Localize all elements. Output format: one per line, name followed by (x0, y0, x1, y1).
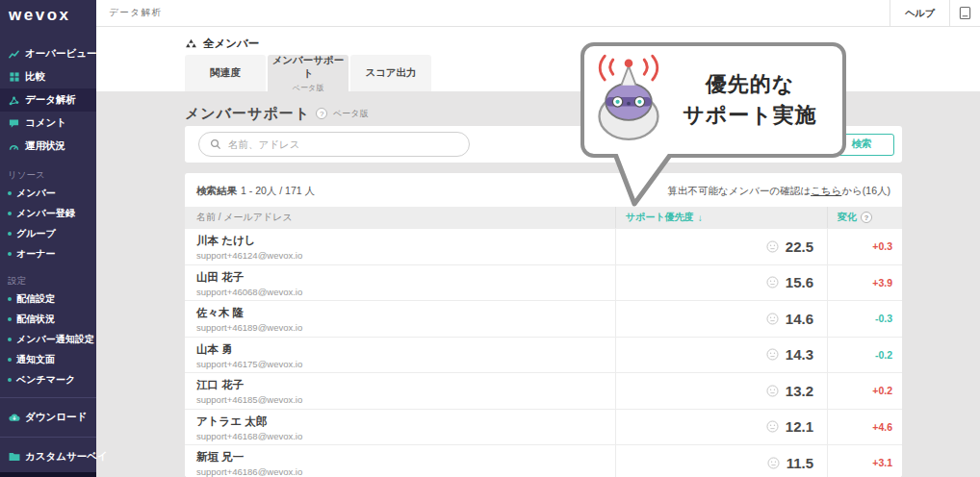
sidebar-subitem[interactable]: 配信設定 (0, 289, 96, 309)
priority-cell: 15.6 (615, 265, 827, 301)
priority-score: 15.6 (786, 274, 813, 290)
callout-line1: 優先的な (667, 69, 833, 100)
sidebar-subitem[interactable]: ベンチマーク (0, 369, 96, 389)
bullet-icon (8, 317, 12, 321)
tab-label: メンバーサポート (268, 54, 348, 81)
sidebar-subitem[interactable]: メンバー通知設定 (0, 329, 96, 349)
table-row[interactable]: 新垣 兄一support+46186@wevox.io11.5+3.1 (185, 444, 902, 477)
priority-score: 14.3 (786, 346, 813, 363)
scope-band: 全メンバー 関連度メンバーサポートベータ版スコア出力 (96, 27, 980, 91)
bullet-icon (8, 191, 12, 195)
table-row[interactable]: 山本 勇support+46175@wevox.io14.3-0.2 (185, 337, 902, 373)
sidebar-item-grid[interactable]: 比較 (0, 65, 96, 88)
help-question-icon[interactable] (316, 108, 327, 119)
member-email: support+46175@wevox.io (196, 359, 615, 369)
results-meta: 検索結果1 - 20人 / 171 人 算出不可能なメンバーの確認はこちらから(… (185, 173, 902, 207)
member-email: support+46068@wevox.io (196, 287, 615, 297)
column-header-change[interactable]: 変化 (827, 207, 902, 228)
group-icon (185, 38, 197, 49)
topbar-right: ヘルプ (890, 0, 980, 26)
member-name: 山田 花子 (196, 270, 615, 285)
sidebar-subitem[interactable]: メンバー登録 (0, 203, 96, 223)
sidebar-subitem-label: メンバー登録 (16, 207, 75, 220)
member-email: support+46168@wevox.io (196, 431, 615, 441)
sidebar-subitem[interactable]: 通知文面 (0, 349, 96, 369)
change-header-label: 変化 (838, 211, 857, 224)
sidebar-item-folder[interactable]: カスタムサーベイ (0, 445, 96, 468)
change-question-icon[interactable] (861, 212, 872, 223)
member-name: 川本 たけし (196, 234, 615, 248)
topbar: データ解析 ヘルプ (96, 0, 980, 27)
bullet-icon (8, 252, 12, 256)
sidebar-subitem[interactable]: 配信状況 (0, 309, 96, 329)
table-header: 名前 / メールアドレス サポート優先度 ↓ 変化 (185, 207, 902, 228)
search-field[interactable] (198, 132, 470, 157)
member-cell: 山本 勇support+46175@wevox.io (185, 338, 615, 373)
sidebar-divider (0, 437, 96, 438)
member-cell: 江口 花子support+46185@wevox.io (185, 373, 615, 409)
bullet-icon (8, 338, 12, 341)
tab-beta-label: ベータ版 (268, 83, 348, 93)
member-cell: 川本 たけしsupport+46124@wevox.io (185, 229, 615, 264)
folder-icon (8, 452, 20, 462)
change-value: +0.2 (872, 385, 892, 396)
uncomputable-note: 算出不可能なメンバーの確認はこちらから(16人) (668, 185, 890, 198)
tab-1[interactable]: 関連度 (185, 55, 266, 91)
note-prefix: 算出不可能なメンバーの確認は (668, 185, 811, 196)
tab-bar: 関連度メンバーサポートベータ版スコア出力 (185, 55, 431, 91)
change-cell: +4.6 (827, 410, 902, 445)
member-name: 佐々木 隆 (196, 306, 615, 320)
sidebar-item-label: カスタムサーベイ (25, 450, 108, 464)
callout-pointer (612, 154, 674, 213)
member-name: 新垣 兄一 (196, 450, 615, 464)
gauge-icon (8, 141, 20, 152)
neutral-face-icon (766, 239, 779, 254)
change-value: +3.9 (872, 277, 892, 289)
priority-cell: 14.6 (615, 301, 827, 337)
priority-score: 13.2 (786, 383, 813, 399)
sidebar-divider (0, 397, 96, 398)
search-input[interactable] (228, 138, 459, 150)
member-name: 山本 勇 (196, 342, 615, 357)
table-row[interactable]: 佐々木 隆support+46189@wevox.io14.6-0.3 (185, 300, 902, 337)
table-row[interactable]: 山田 花子support+46068@wevox.io15.6+3.9 (185, 264, 902, 301)
priority-score: 14.6 (786, 311, 813, 327)
comment-icon (8, 118, 20, 129)
sidebar-subitem[interactable]: オーナー (0, 243, 96, 264)
bullet-icon (8, 232, 12, 236)
bullet-icon (8, 378, 12, 382)
help-button[interactable]: ヘルプ (890, 0, 949, 26)
sidebar-subitem[interactable]: グループ (0, 223, 96, 243)
callout-text: 優先的な サポート実施 (667, 69, 833, 131)
change-cell: +0.3 (827, 229, 902, 264)
table-row[interactable]: 江口 花子support+46185@wevox.io13.2+0.2 (185, 372, 902, 409)
sidebar-item-label: データ解析 (25, 93, 76, 107)
member-email: support+46186@wevox.io (196, 466, 615, 477)
priority-cell: 14.3 (615, 338, 827, 373)
change-value: -0.3 (875, 313, 892, 324)
bullet-icon (8, 297, 12, 301)
neutral-face-icon (766, 347, 779, 362)
sidebar-subitem-label: オーナー (16, 247, 55, 261)
sidebar-item-comment[interactable]: コメント (0, 112, 96, 135)
sidebar-item-chart-line[interactable]: オーバービュー (0, 42, 96, 65)
table-row[interactable]: 川本 たけしsupport+46124@wevox.io22.5+0.3 (185, 228, 902, 264)
tab-3[interactable]: スコア出力 (350, 55, 431, 91)
table-row[interactable]: アトラエ 太郎support+46168@wevox.io12.1+4.6 (185, 409, 902, 445)
manual-button[interactable] (949, 0, 980, 26)
sidebar-item-gauge[interactable]: 運用状況 (0, 135, 96, 158)
callout-line2: サポート実施 (667, 100, 833, 131)
sidebar-subitem[interactable]: メンバー (0, 183, 96, 203)
tab-2[interactable]: メンバーサポートベータ版 (268, 55, 348, 91)
priority-cell: 12.1 (615, 410, 827, 445)
sidebar-section-title: リソース (0, 167, 96, 183)
grid-icon (8, 72, 20, 82)
uncomputable-link[interactable]: こちら (811, 185, 841, 196)
sidebar-item-cloud-download[interactable]: ダウンロード (0, 406, 96, 429)
search-icon (209, 138, 221, 150)
sidebar: wevox オーバービュー比較データ解析コメント運用状況 リソースメンバーメンバ… (0, 0, 96, 477)
content-area: メンバーサポート ベータ版 検索 検索結果1 - 20人 / 171 人 (96, 91, 980, 477)
sidebar-item-network[interactable]: データ解析 (0, 88, 96, 112)
neutral-face-icon (766, 419, 779, 434)
wevox-logo[interactable]: wevox (0, 0, 96, 29)
